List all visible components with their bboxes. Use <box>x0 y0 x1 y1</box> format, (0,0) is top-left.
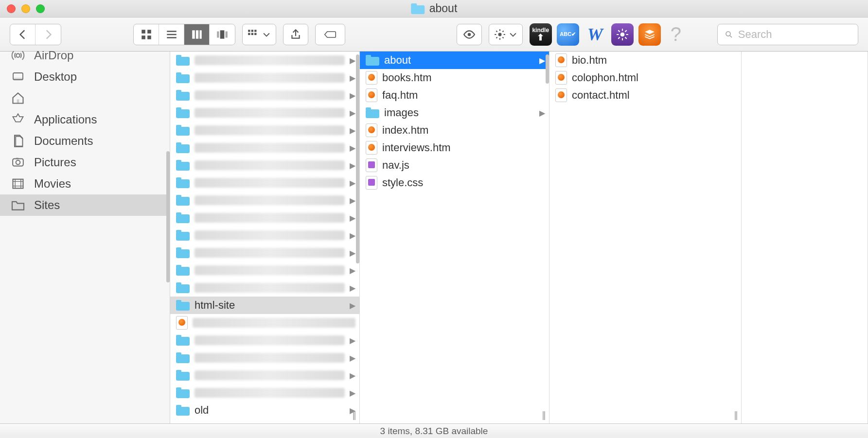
icon-view-button[interactable] <box>134 24 159 45</box>
app-icon-spellcheck[interactable]: ABC✔ <box>557 23 579 46</box>
chevron-right-icon: ▶ <box>350 301 355 310</box>
tag-icon <box>324 28 337 41</box>
list-item[interactable]: style.css <box>360 174 549 192</box>
chevron-right-icon: ▶ <box>350 388 355 398</box>
item-label: nav.js <box>382 159 545 172</box>
svg-rect-23 <box>17 99 19 103</box>
chevron-right-icon: ▶ <box>350 196 355 205</box>
column-scrollbar[interactable] <box>356 54 359 263</box>
html-icon <box>555 71 567 85</box>
list-item[interactable]: ▶ <box>170 227 359 244</box>
column-3[interactable]: bio.htmcolophon.htmlcontact.html ‖ <box>549 52 742 423</box>
list-item[interactable]: ▶ <box>170 157 359 174</box>
list-item[interactable]: ▶ <box>170 384 359 402</box>
list-item[interactable]: interviews.htm <box>360 139 549 157</box>
chevron-right-icon: ▶ <box>350 126 355 135</box>
minimize-window-button[interactable] <box>21 4 30 13</box>
quicklook-button[interactable] <box>457 24 482 45</box>
arrange-icon <box>247 28 260 41</box>
list-item[interactable]: ▶ <box>170 367 359 384</box>
column-view-button[interactable] <box>184 24 210 45</box>
tags-button[interactable] <box>315 24 345 45</box>
app-icon-automator[interactable] <box>611 23 634 46</box>
sidebar-item-pictures[interactable]: Pictures <box>0 152 170 173</box>
share-button[interactable] <box>283 24 308 45</box>
close-window-button[interactable] <box>7 4 16 13</box>
column-resize-handle[interactable]: ‖ <box>542 410 547 420</box>
sidebar-item-documents[interactable]: Documents <box>0 130 170 152</box>
list-item[interactable]: html-site▶ <box>170 297 359 314</box>
app-icon-w[interactable]: W <box>584 23 606 46</box>
list-item[interactable]: ▶ <box>170 139 359 157</box>
column-2[interactable]: about▶books.htmfaq.htmimages▶index.htmin… <box>360 52 549 423</box>
action-button[interactable] <box>489 24 523 45</box>
list-item[interactable]: index.htm <box>360 122 549 139</box>
list-item[interactable]: ▶ <box>170 349 359 367</box>
list-item[interactable] <box>170 314 359 332</box>
window-title: about <box>411 2 458 15</box>
item-label: contact.html <box>572 89 737 102</box>
list-item[interactable]: ▶ <box>170 69 359 87</box>
column-resize-handle[interactable]: ‖ <box>352 410 357 420</box>
zoom-window-button[interactable] <box>36 4 45 13</box>
list-view-button[interactable] <box>159 24 184 45</box>
js-icon <box>366 158 377 172</box>
list-item[interactable]: faq.htm <box>360 87 549 104</box>
sidebar-item-applications[interactable]: Applications <box>0 109 170 130</box>
list-item[interactable]: ▶ <box>170 209 359 227</box>
folder-icon <box>10 198 26 212</box>
list-item[interactable]: colophon.html <box>549 69 741 87</box>
list-item[interactable]: bio.htm <box>549 52 741 69</box>
back-button[interactable] <box>10 24 35 45</box>
sidebar-item-label: Movies <box>34 177 71 191</box>
status-bar: 3 items, 8.31 GB available <box>0 423 868 438</box>
sidebar-item-airdrop[interactable]: AirDrop <box>0 45 170 66</box>
svg-rect-6 <box>199 30 201 38</box>
html-icon <box>176 316 188 330</box>
column-scrollbar[interactable] <box>546 54 549 84</box>
sidebar-item-movies[interactable]: Movies <box>0 173 170 194</box>
list-item[interactable]: ▶ <box>170 262 359 279</box>
list-item[interactable]: ▶ <box>170 174 359 192</box>
list-item[interactable]: nav.js <box>360 157 549 174</box>
list-item[interactable]: ▶ <box>170 244 359 262</box>
chevron-right-icon: ▶ <box>350 91 355 100</box>
list-item[interactable]: ▶ <box>170 52 359 69</box>
gear-icon <box>616 28 629 41</box>
chevron-right-icon <box>42 28 54 41</box>
search-field[interactable] <box>717 24 858 45</box>
item-label: colophon.html <box>572 71 737 84</box>
column-4[interactable] <box>742 52 868 423</box>
list-item[interactable]: ▶ <box>170 332 359 349</box>
app-icon-kindle[interactable]: kindle⬆ <box>530 23 552 46</box>
list-item[interactable]: old▶ <box>170 402 359 419</box>
forward-button[interactable] <box>35 24 61 45</box>
app-icon-stack[interactable] <box>638 23 661 46</box>
list-item[interactable]: ▶ <box>170 279 359 297</box>
column-1[interactable]: ▶▶▶▶▶▶▶▶▶▶▶▶▶▶html-site▶▶▶▶▶old▶ ‖ <box>170 52 360 423</box>
list-item[interactable]: ▶ <box>170 122 359 139</box>
list-item[interactable]: ▶ <box>170 104 359 122</box>
list-item[interactable]: about▶ <box>360 52 549 69</box>
help-button[interactable]: ? <box>668 23 684 45</box>
sidebar-item-home[interactable] <box>0 88 170 109</box>
sidebar-scrollbar[interactable] <box>166 151 170 282</box>
arrange-button[interactable] <box>242 24 276 45</box>
search-icon <box>725 30 733 39</box>
list-item[interactable]: contact.html <box>549 87 741 104</box>
item-label: html-site <box>195 299 345 312</box>
list-item[interactable]: ▶ <box>170 87 359 104</box>
svg-rect-15 <box>254 33 256 35</box>
coverflow-view-button[interactable] <box>210 24 235 45</box>
search-input[interactable] <box>738 28 851 41</box>
redacted-label <box>195 335 345 345</box>
chevron-right-icon: ▶ <box>350 73 355 83</box>
sidebar-item-desktop[interactable]: Desktop <box>0 66 170 88</box>
columns-icon <box>191 28 203 41</box>
list-item[interactable]: images▶ <box>360 104 549 122</box>
column-resize-handle[interactable]: ‖ <box>734 410 739 420</box>
list-item[interactable]: books.htm <box>360 69 549 87</box>
sidebar-item-sites[interactable]: Sites <box>0 194 170 216</box>
gear-icon <box>494 28 506 41</box>
list-item[interactable]: ▶ <box>170 192 359 209</box>
